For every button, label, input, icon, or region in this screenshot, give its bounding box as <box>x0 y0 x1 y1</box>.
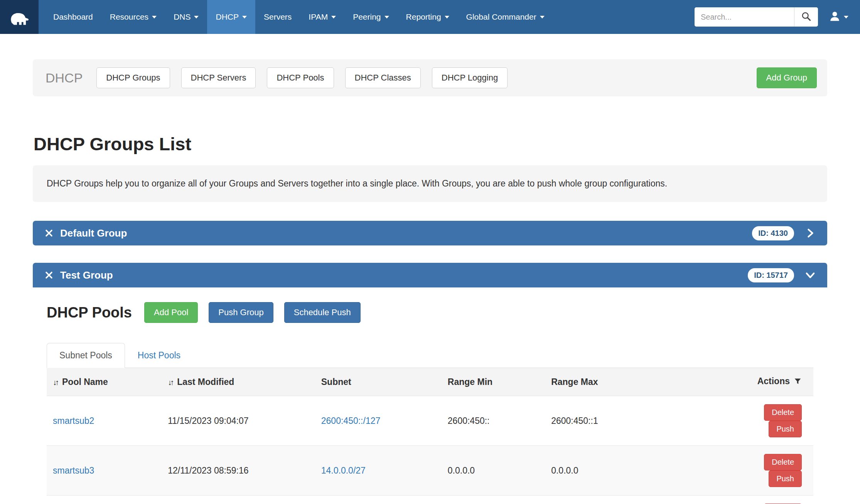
nav-item-label: DNS <box>174 12 191 22</box>
nav-item-label: Global Commander <box>466 12 536 22</box>
pools-table-header: ↓↑Pool Name ↓↑Last Modified Subnet Range… <box>47 368 813 396</box>
nav-item-label: Dashboard <box>53 12 93 22</box>
pool-name-link[interactable]: smartsub3 <box>53 465 94 475</box>
group-bar-test-group[interactable]: Test Group ID: 15717 <box>33 263 827 287</box>
nav-item-label: Servers <box>264 12 292 22</box>
nav-item-servers[interactable]: Servers <box>255 0 300 34</box>
mammoth-logo-icon <box>7 5 32 29</box>
pools-tabs: Subnet Pools Host Pools <box>47 343 813 368</box>
add-group-button[interactable]: Add Group <box>757 67 817 88</box>
header-range-max: Range Max <box>545 368 729 396</box>
pool-name-link[interactable]: smartsub2 <box>53 416 94 426</box>
last-modified-cell: 12/11/2023 08:59:16 <box>162 446 315 496</box>
last-modified-cell: 12/11/2023 09:05:45 <box>162 496 315 504</box>
header-pool-name[interactable]: ↓↑Pool Name <box>47 368 162 396</box>
search-icon <box>801 11 811 23</box>
pool-name-cell: smartsub4 <box>47 496 162 504</box>
filter-icon[interactable] <box>794 377 802 388</box>
search-input[interactable] <box>695 7 794 27</box>
nav-item-ipam[interactable]: IPAM <box>300 0 344 34</box>
nav-item-peering[interactable]: Peering <box>344 0 397 34</box>
page-description: DHCP Groups help you to organize all of … <box>33 165 827 202</box>
user-menu[interactable] <box>829 10 848 24</box>
push-button[interactable]: Push <box>769 470 802 487</box>
nav-item-dashboard[interactable]: Dashboard <box>45 0 101 34</box>
dhcp-toolbar: DHCP DHCP GroupsDHCP ServersDHCP PoolsDH… <box>33 59 827 96</box>
nav-item-reporting[interactable]: Reporting <box>398 0 458 34</box>
chevron-down-icon <box>242 16 247 18</box>
range-max-cell: 2600:450::7 <box>545 496 729 504</box>
chevron-down-icon <box>152 16 157 18</box>
table-row: smartsub211/15/2023 09:04:072600:450::/1… <box>47 396 813 446</box>
search-group <box>695 7 818 27</box>
nav-item-dns[interactable]: DNS <box>165 0 207 34</box>
delete-button[interactable]: Delete <box>764 404 802 421</box>
actions-cell: DeletePush <box>729 446 813 496</box>
range-max-cell: 2600:450::1 <box>545 396 729 446</box>
nav-item-resources[interactable]: Resources <box>101 0 165 34</box>
tab-host-pools[interactable]: Host Pools <box>125 343 193 368</box>
pools-title: DHCP Pools <box>47 304 132 321</box>
chevron-down-icon <box>844 16 848 18</box>
subnet-cell: 2600:450::/127 <box>315 396 442 446</box>
nav-item-label: DHCP <box>216 12 239 22</box>
group-name: Default Group <box>60 227 127 239</box>
group-id-badge: ID: 15717 <box>748 268 794 282</box>
navbar: DashboardResourcesDNSDHCPServersIPAMPeer… <box>0 0 860 34</box>
range-min-cell: 2600:450::4 <box>442 496 545 504</box>
group-id-badge: ID: 4130 <box>752 226 794 240</box>
toolbar-buttons: DHCP GroupsDHCP ServersDHCP PoolsDHCP Cl… <box>96 67 508 88</box>
table-row: smartsub312/11/2023 08:59:1614.0.0.0/270… <box>47 446 813 496</box>
nav-item-label: Peering <box>353 12 381 22</box>
last-modified-cell: 11/15/2023 09:04:07 <box>162 396 315 446</box>
nav-item-label: Resources <box>110 12 148 22</box>
schedule-push-button[interactable]: Schedule Push <box>284 302 361 323</box>
table-row: smartsub412/11/2023 09:05:452600:450::4/… <box>47 496 813 504</box>
chevron-down-icon <box>331 16 336 18</box>
toolbar-button-dhcp-pools[interactable]: DHCP Pools <box>267 67 334 88</box>
toolbar-button-dhcp-groups[interactable]: DHCP Groups <box>96 67 170 88</box>
toolbar-button-dhcp-servers[interactable]: DHCP Servers <box>181 67 256 88</box>
pool-name-cell: smartsub3 <box>47 446 162 496</box>
push-group-button[interactable]: Push Group <box>209 302 273 323</box>
header-actions: Actions <box>729 368 813 396</box>
pools-actions: Add Pool Push Group Schedule Push <box>144 302 361 323</box>
header-last-modified[interactable]: ↓↑Last Modified <box>162 368 315 396</box>
test-group-panel: DHCP Pools Add Pool Push Group Schedule … <box>33 287 827 504</box>
push-button[interactable]: Push <box>769 421 802 437</box>
toolbar-button-dhcp-logging[interactable]: DHCP Logging <box>432 67 508 88</box>
pools-table: ↓↑Pool Name ↓↑Last Modified Subnet Range… <box>47 368 813 504</box>
nav-item-global-commander[interactable]: Global Commander <box>458 0 553 34</box>
toolbar-title: DHCP <box>46 71 83 86</box>
range-min-cell: 2600:450:: <box>442 396 545 446</box>
subnet-link[interactable]: 14.0.0.0/27 <box>321 465 366 475</box>
sort-icon: ↓↑ <box>53 378 57 386</box>
nav-item-label: Reporting <box>406 12 441 22</box>
user-icon <box>829 10 841 24</box>
subnet-link[interactable]: 2600:450::/127 <box>321 416 380 426</box>
chevron-down-icon <box>445 16 449 18</box>
range-max-cell: 0.0.0.0 <box>545 446 729 496</box>
subnet-cell: 2600:450::4/126 <box>315 496 442 504</box>
main-content: DHCP DHCP GroupsDHCP ServersDHCP PoolsDH… <box>33 59 827 504</box>
pools-header: DHCP Pools Add Pool Push Group Schedule … <box>47 302 813 323</box>
page-title: DHCP Groups List <box>34 133 827 155</box>
range-min-cell: 0.0.0.0 <box>442 446 545 496</box>
search-button[interactable] <box>794 7 818 27</box>
sort-icon: ↓↑ <box>168 378 172 386</box>
delete-button[interactable]: Delete <box>764 454 802 470</box>
nav-item-label: IPAM <box>309 12 328 22</box>
chevron-right-icon[interactable] <box>805 228 816 239</box>
header-subnet: Subnet <box>315 368 442 396</box>
logo[interactable] <box>0 0 39 34</box>
close-icon[interactable] <box>44 270 54 280</box>
chevron-down-icon[interactable] <box>805 270 816 281</box>
group-bar-default-group[interactable]: Default Group ID: 4130 <box>33 221 827 245</box>
toolbar-button-dhcp-classes[interactable]: DHCP Classes <box>345 67 421 88</box>
subnet-cell: 14.0.0.0/27 <box>315 446 442 496</box>
actions-cell: DeletePush <box>729 496 813 504</box>
nav-item-dhcp[interactable]: DHCP <box>207 0 255 34</box>
close-icon[interactable] <box>44 228 54 238</box>
add-pool-button[interactable]: Add Pool <box>144 302 198 323</box>
tab-subnet-pools[interactable]: Subnet Pools <box>47 343 125 368</box>
